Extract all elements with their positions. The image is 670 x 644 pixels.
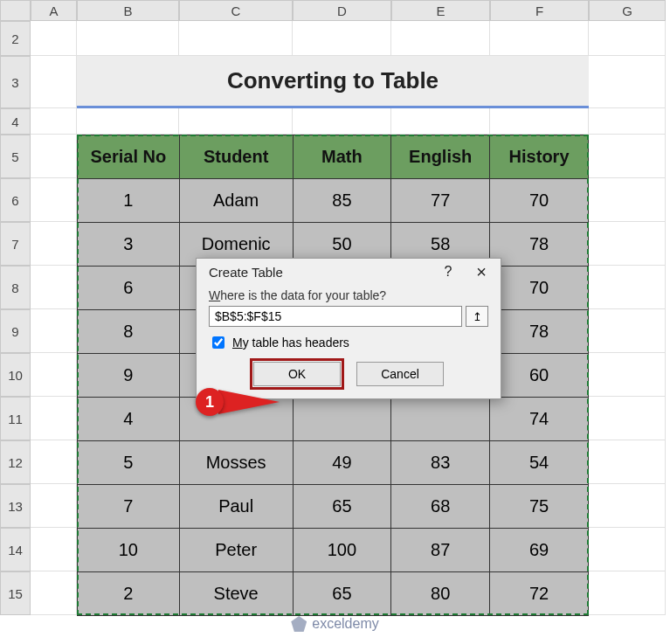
table-row[interactable]: 2Steve658072: [78, 572, 589, 616]
cell[interactable]: Adam: [179, 179, 293, 223]
row-header-8[interactable]: 8: [0, 266, 31, 309]
dialog-title: Create Table: [209, 265, 283, 280]
row-header-3[interactable]: 3: [0, 56, 31, 108]
cell[interactable]: 8: [78, 310, 180, 354]
headers-checkbox[interactable]: [212, 336, 224, 349]
cell[interactable]: 72: [490, 572, 589, 616]
table-row[interactable]: 5Mosses498354: [78, 441, 589, 485]
cell[interactable]: 4: [78, 398, 180, 441]
cell[interactable]: 74: [490, 398, 589, 441]
cell[interactable]: 100: [293, 529, 391, 572]
headers-checkbox-label: My table has headers: [232, 336, 349, 350]
row-header-12[interactable]: 12: [0, 440, 31, 484]
cell[interactable]: Peter: [179, 529, 293, 572]
watermark-icon: [291, 616, 307, 632]
select-all-corner[interactable]: [0, 0, 31, 21]
cell[interactable]: [293, 398, 391, 441]
col-header-C[interactable]: C: [179, 0, 293, 21]
row-header-13[interactable]: 13: [0, 484, 31, 528]
cell[interactable]: Paul: [179, 485, 293, 529]
header-row: Serial No Student Math English History: [78, 135, 589, 179]
cell[interactable]: 9: [78, 354, 180, 398]
create-table-dialog: Create Table ? × Where is the data for y…: [196, 258, 501, 399]
th-serial-no[interactable]: Serial No: [78, 135, 180, 179]
col-header-E[interactable]: E: [391, 0, 490, 21]
close-icon[interactable]: ×: [471, 264, 492, 280]
col-header-F[interactable]: F: [490, 0, 589, 21]
cell[interactable]: 80: [391, 572, 490, 616]
cell[interactable]: 2: [78, 572, 180, 616]
ok-button[interactable]: OK: [253, 362, 341, 386]
th-math[interactable]: Math: [293, 135, 391, 179]
dialog-range-label: Where is the data for your table?: [209, 288, 488, 302]
col-header-B[interactable]: B: [77, 0, 179, 21]
cell[interactable]: 77: [391, 179, 490, 223]
th-english[interactable]: English: [391, 135, 490, 179]
cell[interactable]: 65: [293, 572, 391, 616]
cell[interactable]: 60: [490, 354, 589, 398]
table-row[interactable]: 10Peter1008769: [78, 529, 589, 572]
row-header-10[interactable]: 10: [0, 353, 31, 397]
row-header-15[interactable]: 15: [0, 571, 31, 615]
cell[interactable]: 10: [78, 529, 180, 572]
table-row[interactable]: 1Adam857770: [78, 179, 589, 223]
row-header-2[interactable]: 2: [0, 21, 31, 56]
cell[interactable]: 5: [78, 441, 180, 485]
cell[interactable]: 78: [490, 310, 589, 354]
table-row[interactable]: 7Paul656875: [78, 485, 589, 529]
help-icon[interactable]: ?: [444, 264, 452, 280]
cell[interactable]: 1: [78, 179, 180, 223]
watermark-text: exceldemy: [312, 616, 378, 632]
row-header-7[interactable]: 7: [0, 222, 31, 266]
th-history[interactable]: History: [490, 135, 589, 179]
col-header-G[interactable]: G: [589, 0, 666, 21]
cell[interactable]: 49: [293, 441, 391, 485]
col-header-D[interactable]: D: [293, 0, 391, 21]
row-header-9[interactable]: 9: [0, 309, 31, 353]
cell[interactable]: Steve: [179, 572, 293, 616]
collapse-dialog-icon[interactable]: ↥: [466, 306, 488, 327]
cell[interactable]: 70: [490, 267, 589, 310]
cell[interactable]: 70: [490, 179, 589, 223]
cell[interactable]: 7: [78, 485, 180, 529]
cell[interactable]: 75: [490, 485, 589, 529]
row-header-14[interactable]: 14: [0, 528, 31, 571]
cell[interactable]: 78: [490, 223, 589, 267]
table-row[interactable]: 474: [78, 398, 589, 441]
cell[interactable]: 83: [391, 441, 490, 485]
cell[interactable]: 3: [78, 223, 180, 267]
cell[interactable]: [179, 398, 293, 441]
cell[interactable]: 65: [293, 485, 391, 529]
cell[interactable]: 68: [391, 485, 490, 529]
row-header-11[interactable]: 11: [0, 397, 31, 440]
page-title: Converting to Table: [77, 56, 589, 108]
row-header-4[interactable]: 4: [0, 108, 31, 135]
cell[interactable]: 87: [391, 529, 490, 572]
watermark: exceldemy: [0, 616, 670, 632]
cell[interactable]: 69: [490, 529, 589, 572]
cell[interactable]: 85: [293, 179, 391, 223]
cell[interactable]: Mosses: [179, 441, 293, 485]
cell[interactable]: 54: [490, 441, 589, 485]
row-header-5[interactable]: 5: [0, 135, 31, 178]
row-headers: 2 3 4 5 6 7 8 9 10 11 12 13 14 15: [0, 21, 31, 615]
cancel-button[interactable]: Cancel: [356, 362, 444, 386]
cell[interactable]: 6: [78, 267, 180, 310]
column-headers: A B C D E F G: [0, 0, 666, 21]
row-header-6[interactable]: 6: [0, 178, 31, 222]
range-input[interactable]: [209, 306, 462, 327]
cell[interactable]: [391, 398, 490, 441]
th-student[interactable]: Student: [179, 135, 293, 179]
col-header-A[interactable]: A: [31, 0, 77, 21]
